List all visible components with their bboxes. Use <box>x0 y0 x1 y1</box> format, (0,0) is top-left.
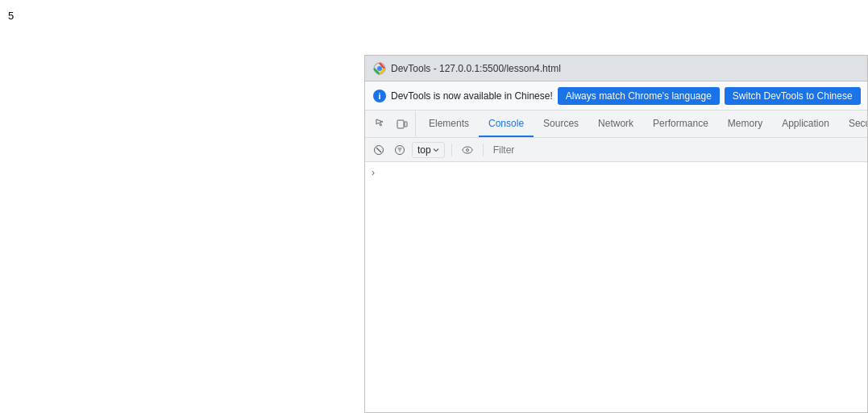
svg-point-11 <box>466 148 468 151</box>
switch-chinese-button[interactable]: Switch DevTools to Chinese <box>725 87 861 105</box>
tab-console[interactable]: Console <box>479 111 534 137</box>
clear-console-button[interactable] <box>370 141 388 159</box>
tabs-bar: Elements Console Sources Network Perform… <box>365 111 867 138</box>
device-toggle-button[interactable] <box>392 115 412 134</box>
console-prompt[interactable]: › <box>372 165 861 180</box>
info-icon: i <box>373 90 386 102</box>
svg-line-5 <box>376 148 381 152</box>
page-number: 5 <box>8 10 14 22</box>
titlebar-text: DevTools - 127.0.0.1:5500/lesson4.html <box>391 63 561 74</box>
toolbar-divider <box>451 144 452 156</box>
tab-security[interactable]: Securi... <box>839 111 867 137</box>
context-selector[interactable]: top <box>412 142 445 158</box>
devtools-titlebar: DevTools - 127.0.0.1:5500/lesson4.html <box>365 56 867 81</box>
eye-button[interactable] <box>459 141 476 159</box>
svg-rect-2 <box>397 120 404 128</box>
filter-input[interactable] <box>490 143 862 157</box>
chrome-icon <box>373 62 386 75</box>
tab-performance[interactable]: Performance <box>643 111 718 137</box>
chevron-right-icon: › <box>372 167 375 178</box>
notification-bar: i DevTools is now available in Chinese! … <box>365 81 867 111</box>
notification-message: DevTools is now available in Chinese! <box>391 90 553 102</box>
console-content: › <box>365 162 867 412</box>
tab-network[interactable]: Network <box>588 111 643 137</box>
toolbar-divider-2 <box>483 144 484 156</box>
devtools-panel: DevTools - 127.0.0.1:5500/lesson4.html i… <box>364 55 868 413</box>
svg-rect-3 <box>405 122 407 127</box>
tab-sources[interactable]: Sources <box>534 111 588 137</box>
tab-application[interactable]: Application <box>772 111 839 137</box>
always-match-button[interactable]: Always match Chrome's language <box>558 87 720 105</box>
inspect-element-button[interactable] <box>372 115 391 134</box>
console-toolbar: top <box>365 138 867 162</box>
svg-point-1 <box>377 66 382 71</box>
filter-button[interactable] <box>391 141 409 159</box>
dropdown-arrow-icon <box>433 147 439 153</box>
toolbar-icons <box>368 111 416 137</box>
dont-button[interactable]: Don't <box>866 87 867 105</box>
tab-memory[interactable]: Memory <box>718 111 772 137</box>
tab-elements[interactable]: Elements <box>419 111 479 137</box>
svg-point-10 <box>463 147 472 153</box>
